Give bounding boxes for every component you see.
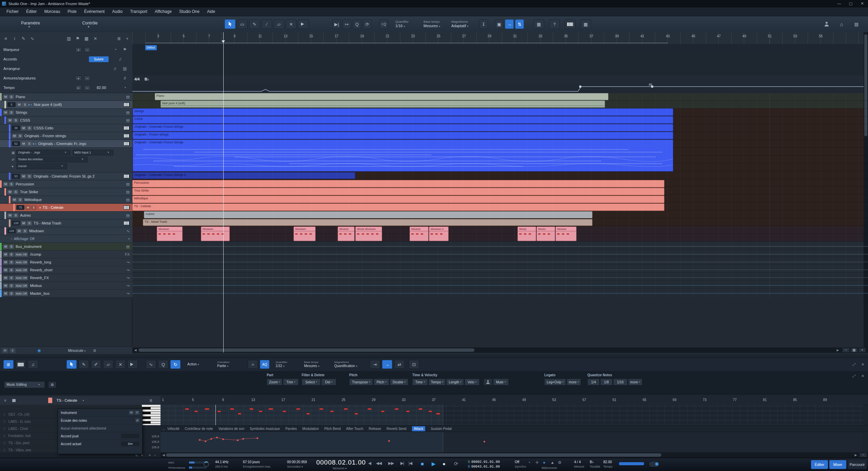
macro-button-select[interactable]: Select▾ [302,379,321,385]
zoom-in-button[interactable]: + [858,348,866,352]
track-row-csss[interactable]: MSCSSS▤ [0,116,132,124]
zoom-preset-button[interactable]: ▦ [850,348,858,352]
midi-note[interactable] [296,408,300,410]
macro-button-more[interactable]: more▾ [628,379,642,385]
editor-track-item-ts-vibra-one[interactable]: ⠿TS - Vibra..one [0,447,57,452]
pencil-tool-button[interactable]: ✎ [249,19,260,29]
solo-button[interactable]: S [27,126,32,130]
menu-item-morceau[interactable]: Morceau [40,7,64,16]
lane-tab-symboles-musicaux[interactable]: Symboles musicaux [250,427,280,431]
mute-button[interactable]: M [3,268,8,272]
midi-note[interactable] [406,411,410,412]
clip-autres[interactable]: Autres [144,211,592,218]
solo-button[interactable]: S [18,134,23,138]
return-to-start-button[interactable]: |◀ [409,461,412,466]
clip-ts-metal-trash[interactable]: TS - Metal Trash [143,219,592,226]
tempo-mode-switch[interactable] [649,462,659,467]
clip-m-lodique[interactable]: Mélodique [132,196,664,203]
list-icon[interactable]: ≣ [93,348,96,353]
cc-lane[interactable] [161,432,863,452]
inspector-param-tab[interactable]: Paramètre▼ [3,18,58,30]
menu-item-transport[interactable]: Transport [126,7,151,16]
lane-tab-release[interactable]: Release [369,427,381,431]
clip-mixde-mixdown[interactable]: Mixde Mixdown [355,227,382,241]
editor-arrow-tool[interactable] [67,360,77,369]
solo-button[interactable]: S [9,110,14,115]
lane-tab-v-locit[interactable]: Vélocité [167,427,180,431]
track-row-originals-cinematic-frozen-st-gs-2[interactable]: 53MSOriginals - Cinematic Frozen St..gs … [0,173,132,180]
arranger-lane[interactable] [132,52,868,76]
cc-point[interactable] [257,437,258,439]
track-row-comp[interactable]: MSAuto: Off//compFX [0,251,132,258]
menu-item-instrument[interactable]: Instrument M S [58,409,142,417]
track-row-mixbus[interactable]: MSAuto: OffMixbus↪ [0,282,132,290]
midi-note[interactable] [418,408,422,410]
midi-note[interactable] [283,411,286,412]
macro-button-tempo[interactable]: Tempo▾ [429,379,446,385]
help-button[interactable]: ? [549,19,560,29]
solo-button[interactable]: S [9,244,14,249]
instrument-selector[interactable]: Originals - ..ings▾ [16,150,71,156]
clip-piano[interactable]: Piano [155,93,608,100]
editor-zoom-out-button[interactable]: − [860,453,867,457]
clip-strings[interactable]: Strings [133,108,673,116]
editor-h-scrollbar[interactable]: ◀ ▶ − [161,452,868,458]
macro-button-velo[interactable]: Velo▾ [465,379,479,385]
scroll-left-icon[interactable]: ◀ [133,348,138,352]
lane-tab-reverb-send[interactable]: Reverb Send [386,427,406,431]
editor-mode-button[interactable]: ≣ [3,360,14,369]
monitor-button[interactable]: ● [31,103,32,106]
range-tool-button[interactable]: ▭ [237,19,248,29]
editor-track-item-labs-g-ices[interactable]: ⠿LABS - G..ices [0,418,57,425]
automation-mode-button[interactable]: Auto: Off [15,260,28,265]
editor-curve-button[interactable]: ∿ [146,360,156,369]
automation-mode-button[interactable]: Auto: Off [15,291,28,296]
cc-point[interactable] [222,438,224,440]
mute-tool-button[interactable]: ✕ [286,19,297,29]
automation-mode-button[interactable]: Auto: Off [15,276,28,280]
cc-point[interactable] [216,437,218,438]
clip-mixdown[interactable]: Mixdown [294,227,316,241]
track-row-true-strike[interactable]: MSTrue Strike▤ [0,188,132,196]
aq-button[interactable]: AQ [260,360,269,369]
global-mute-button[interactable]: M [2,348,8,353]
clip-mixdown[interactable]: Mixdown [201,227,230,241]
stop-button[interactable]: ■ [421,461,423,467]
menu-item-v-nement[interactable]: Événement [80,7,109,16]
menu-item-audio[interactable]: Audio [108,7,126,16]
piano-view-button[interactable] [16,360,26,369]
macro-button-zoom[interactable]: Zoom▾ [267,379,282,385]
sample-rate-display[interactable]: 44.1 kHz 250.0 ms [215,460,228,469]
maximize-button[interactable]: ▢ [845,0,856,7]
track-row-reverb-short[interactable]: MSAuto: OffReverb_short↪ [0,266,132,274]
action-menu[interactable]: Action ▾ [187,359,202,370]
signature-lane[interactable]: 4/4 B♭ [132,75,868,84]
clip-percussion[interactable]: Percussion [132,180,664,187]
macro-button-1-8[interactable]: 1/8 [600,379,612,385]
performance-meters[interactable]: MIDI Performances [168,460,207,469]
macro-button-humanize[interactable] [484,379,492,385]
clip-mixdow[interactable]: Mixdow [410,227,429,241]
lane-options-icon[interactable]: ≣ [149,398,152,403]
editor-h-scroll-thumb[interactable] [166,453,661,457]
macro-button-leg-ovlp[interactable]: Leg+Ovlp▾ [544,379,566,385]
listen-tool-button[interactable] [298,19,309,29]
clip-originals-frozen-strings[interactable]: Originals - Frozen strings [133,132,673,139]
zoom-in-icon[interactable]: + [149,453,151,457]
playhead[interactable] [223,32,224,352]
meter-display[interactable]: 4 / 4 Mesure [574,460,584,469]
arrange-v-scrollbar[interactable] [864,32,868,347]
midi-note[interactable] [238,413,241,415]
mute-button[interactable]: M [3,110,8,115]
midi-note[interactable] [381,411,384,412]
midi-note[interactable] [319,408,323,410]
midi-note[interactable] [218,411,221,412]
midi-note[interactable] [205,408,209,410]
mute-button[interactable]: M [7,118,13,123]
forward-button[interactable]: ▶▶ [388,461,394,466]
scroll-right-icon[interactable]: ▶ [835,348,840,352]
record-button[interactable]: ● [442,461,445,467]
editor-quantize-selector[interactable]: Quantifier 1/32 ▾ [276,359,287,370]
playhead-handle[interactable] [222,40,225,44]
cc-point[interactable] [484,441,485,442]
